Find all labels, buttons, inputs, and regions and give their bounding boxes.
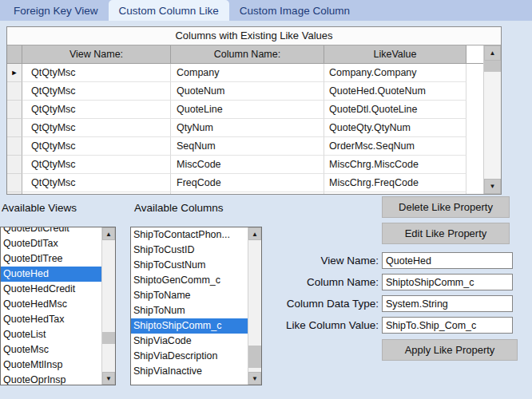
scroll-up-icon[interactable]: ▲ — [248, 227, 261, 240]
scrollbar-thumb[interactable] — [248, 346, 261, 368]
list-item[interactable]: ShipToNum — [131, 303, 248, 318]
cell-like-value: QuoteDtl.QuoteLine — [324, 101, 466, 119]
row-selector-cell[interactable]: ► — [7, 82, 22, 101]
list-item[interactable]: QuoteDtlTax — [1, 236, 101, 251]
table-row[interactable]: ► QtQtyMsc MiscCode MiscChrg.MiscCode — [7, 156, 501, 174]
edit-like-property-button[interactable]: Edit Like Property — [382, 223, 510, 244]
scroll-up-icon[interactable]: ▲ — [102, 227, 115, 240]
column-header-view-name[interactable]: View Name: — [22, 45, 171, 63]
form-field-input[interactable] — [382, 274, 513, 290]
scrollbar-thumb[interactable] — [102, 332, 115, 344]
cell-view-name: QtQtyMsc — [22, 82, 171, 101]
grid-vertical-scrollbar[interactable]: ▲ ▼ — [483, 45, 501, 194]
form-row: Like Column Value: — [270, 314, 513, 336]
list-item[interactable]: ShipToContactPhon... — [131, 227, 248, 243]
list-item-label: QuoteMsc — [3, 344, 49, 355]
cell-view-name: QtQtyMsc — [22, 174, 171, 192]
available-views-listbox: QuoteDtlCredit QuoteDtlTax QuoteDtlTree … — [0, 227, 116, 385]
tab[interactable]: Custom Image Column — [229, 0, 360, 21]
table-row[interactable]: ► QtQtyMsc QtyNum QuoteQty.QtyNum — [7, 119, 501, 137]
cell-view-name: QtQtyMsc — [22, 64, 171, 82]
scroll-down-icon[interactable]: ▼ — [102, 372, 115, 385]
cell-column-name: QuoteLine — [171, 101, 324, 119]
row-selector-cell[interactable]: ► — [7, 156, 22, 174]
table-row[interactable]: ► QtQtyMsc QuoteNum QuoteHed.QuoteNum — [7, 82, 501, 101]
cell-column-name: FreqCode — [171, 174, 324, 192]
cell-column-name: QuoteNum — [171, 82, 324, 101]
list-item-label: QuoteDtlTree — [3, 253, 63, 264]
list-item-label: QuoteDtlTax — [3, 238, 58, 249]
form-field-input[interactable] — [382, 295, 513, 312]
scroll-up-icon[interactable]: ▲ — [484, 45, 501, 61]
row-selector-arrow-icon: ► — [11, 69, 18, 77]
row-selector-cell[interactable]: ► — [7, 101, 22, 119]
list-item-label: QuoteOprInsp — [3, 374, 66, 385]
views-scrollbar[interactable]: ▲ ▼ — [101, 227, 115, 385]
list-item-label: ShipToCustNum — [133, 259, 205, 271]
grid-body: ► QtQtyMsc Company Company.Company ► QtQ… — [7, 64, 501, 192]
column-header-column-name[interactable]: Column Name: — [171, 45, 324, 63]
list-item[interactable]: QuoteHedCredit — [1, 282, 101, 297]
scrollbar-thumb[interactable] — [484, 61, 501, 72]
tab-label: Custom Column Like — [119, 5, 219, 17]
delete-like-property-button[interactable]: Delete Like Property — [382, 196, 510, 218]
row-selector-cell[interactable]: ► — [7, 137, 22, 156]
list-item[interactable]: ShipViaDescription — [131, 349, 248, 364]
cell-view-name: QtQtyMsc — [22, 101, 171, 119]
list-item[interactable]: QuoteDtlCredit — [1, 227, 101, 236]
form-row: Column Data Type: — [270, 293, 513, 314]
row-selector-cell[interactable]: ► — [7, 64, 22, 82]
row-selector-cell[interactable]: ► — [7, 119, 22, 137]
list-item[interactable]: ShipToName — [131, 288, 248, 303]
scrollbar-track[interactable] — [484, 72, 501, 179]
list-item[interactable]: QuoteList — [1, 327, 101, 342]
list-item[interactable]: QuoteDtlTree — [1, 251, 101, 267]
cell-column-name: MiscCode — [171, 156, 324, 174]
list-item[interactable]: ShiptoGenComm_c — [131, 273, 248, 288]
apply-like-property-button[interactable]: Apply Like Property — [382, 339, 518, 361]
row-selector-cell[interactable]: ► — [7, 174, 22, 192]
row-selector-cell — [7, 192, 22, 195]
list-item[interactable]: QuoteMsc — [1, 342, 101, 358]
list-item[interactable]: ShiptoShipComm_c — [131, 318, 248, 334]
available-columns-listbox: ShipToContactPhon... ShipToCustID ShipTo… — [130, 227, 262, 385]
form-field-label: Column Name: — [270, 276, 382, 288]
form-field-input[interactable] — [382, 317, 513, 334]
cell-view-name: QtQtyMsc — [22, 119, 171, 137]
grid-header-row: View Name: Column Name: LikeValue — [7, 45, 501, 64]
list-item-label: QuoteDtlCredit — [3, 227, 69, 234]
column-header-like-value[interactable]: LikeValue — [324, 45, 466, 63]
list-item[interactable]: ShipToCustNum — [131, 258, 248, 273]
list-item[interactable]: QuoteMtlInsp — [1, 358, 101, 373]
tab[interactable]: Custom Column Like — [109, 0, 229, 21]
form-field-input[interactable] — [382, 252, 513, 269]
form-row: View Name: — [270, 250, 513, 271]
scroll-down-icon[interactable]: ▼ — [248, 372, 261, 385]
list-item[interactable]: ShipViaInactive — [131, 364, 248, 379]
list-item[interactable]: QuoteHed — [1, 267, 101, 282]
list-item[interactable]: ShipToCustID — [131, 243, 248, 258]
list-item[interactable]: ShipViaCode — [131, 334, 248, 349]
views-list: QuoteDtlCredit QuoteDtlTax QuoteDtlTree … — [1, 227, 101, 385]
available-columns-label: Available Columns — [134, 202, 224, 214]
tab-bar: Foreign Key View Custom Column Like Cust… — [0, 0, 532, 21]
cell-like-value: QuoteHed.QuoteNum — [324, 82, 466, 101]
table-row[interactable]: ► QtQtyMsc FreqCode MiscChrg.FreqCode — [7, 174, 501, 192]
list-item[interactable]: QuoteHedMsc — [1, 297, 101, 312]
list-item-label: ShipViaCode — [133, 335, 192, 346]
cell-view-name: QtQtyMsc — [22, 156, 171, 174]
list-item[interactable]: QuoteOprInsp — [1, 373, 101, 385]
columns-scrollbar[interactable]: ▲ ▼ — [248, 227, 261, 385]
tab-label: Custom Image Column — [240, 5, 350, 17]
list-item[interactable]: QuoteHedTax — [1, 312, 101, 327]
cell-column-name: Company — [171, 64, 324, 82]
list-item-label: QuoteMtlInsp — [3, 359, 62, 370]
tab[interactable]: Foreign Key View — [3, 0, 109, 21]
table-row[interactable]: ► QtQtyMsc Company Company.Company — [7, 64, 501, 82]
available-views-label: Available Views — [2, 202, 77, 214]
table-row[interactable]: ► QtQtyMsc SeqNum OrderMsc.SeqNum — [7, 137, 501, 156]
table-row[interactable]: ► QtQtyMsc QuoteLine QuoteDtl.QuoteLine — [7, 101, 501, 119]
list-item-label: QuoteHed — [3, 268, 49, 279]
like-property-form: View Name: Column Name: Column Data Type… — [270, 250, 513, 336]
scroll-down-icon[interactable]: ▼ — [484, 179, 501, 194]
